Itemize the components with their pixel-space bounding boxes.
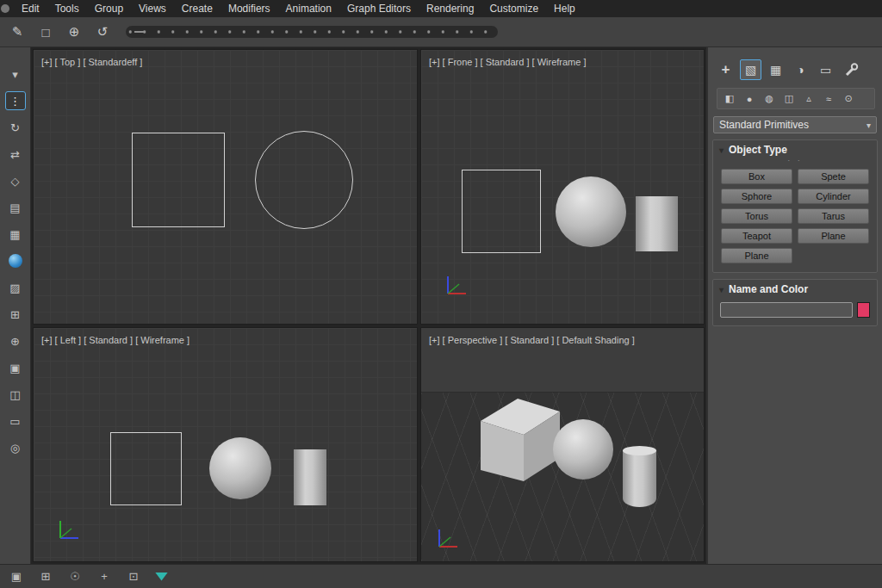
rollout-title: Object Type [729, 144, 787, 156]
angle-snap-icon[interactable]: ↺ [91, 21, 114, 43]
box-wireframe[interactable] [110, 432, 182, 505]
sphere-object[interactable] [553, 419, 613, 480]
gizmo-center-icon[interactable]: ⊡ [126, 570, 141, 583]
object-name-input[interactable] [720, 302, 853, 318]
cylinder-button[interactable]: Cylinder [798, 189, 869, 204]
category-dropdown-value: Standard Primitives [719, 119, 809, 131]
rollout-title: Name and Color [729, 283, 808, 295]
name-color-row [713, 297, 877, 325]
tab-hierarchy[interactable]: ▦ [765, 59, 786, 80]
material-editor-icon[interactable]: ▨ [5, 278, 26, 297]
viewport-area: [+] [ Top ] [ Standardeff ] [+] [ Frone … [31, 47, 706, 564]
object-color-swatch[interactable] [857, 302, 870, 318]
viewport-perspective[interactable]: [+] [ Perspective ] [ Standard ] [ Defau… [420, 327, 705, 562]
globe-ball [9, 254, 22, 268]
align-tool-icon[interactable]: ▤ [5, 198, 26, 217]
pyramid-button[interactable]: Tarus [798, 208, 869, 224]
rotate-tool-icon[interactable]: ↻ [5, 118, 26, 137]
select-tool-icon[interactable]: ⋮ [5, 91, 26, 110]
tab-create[interactable]: + [715, 59, 736, 80]
transform-tool-icon[interactable]: ⇄ [5, 145, 26, 164]
menu-graph-editors[interactable]: Graph Editors [339, 0, 419, 17]
main-toolbar: ✎ □ ⊕ ↺ [0, 17, 882, 47]
menu-views[interactable]: Views [131, 0, 174, 17]
panel-icon[interactable]: ▭ [5, 412, 26, 430]
helpers-icon[interactable]: ▵ [800, 91, 817, 106]
mirror-tool-icon[interactable]: ◇ [5, 171, 26, 190]
menu-animation[interactable]: Animation [278, 0, 339, 17]
rollout-grip: · · [713, 158, 877, 164]
name-color-header[interactable]: ▾ Name and Color [713, 280, 877, 297]
cylinder-object[interactable] [636, 196, 678, 251]
cylinder-top-face [623, 446, 656, 455]
viewport-top-label[interactable]: [+] [ Top ] [ Standardeff ] [41, 57, 142, 67]
axis-tripod-icon [432, 523, 461, 554]
collapsed-toolbar-strip[interactable] [126, 26, 498, 38]
status-bar: ▣ ⊞ ☉ + ⊡ [0, 564, 882, 588]
menu-group[interactable]: Group [87, 0, 131, 17]
object-type-rollout: ▾ Object Type · · Box Spete Sphore Cylin… [712, 139, 878, 273]
menu-create[interactable]: Create [174, 0, 220, 17]
sphere-button[interactable]: Sphore [721, 189, 792, 204]
object-type-buttons: Box Spete Sphore Cylinder Torus Tarus Te… [713, 164, 877, 272]
rectangle-tool-icon[interactable]: □ [34, 21, 57, 43]
viewport-front[interactable]: [+] [ Frone ] [ Standard ] [ Wireframe ] [420, 49, 705, 325]
sphere-object[interactable] [556, 176, 626, 247]
light-icon[interactable]: ☉ [67, 570, 83, 583]
left-toolbar: ▾ ⋮ ↻ ⇄ ◇ ▤ ▦ ▨ ⊞ ⊕ ▣ ◫ ▭ ◎ [0, 47, 31, 564]
cylinder-object[interactable] [623, 450, 656, 507]
teapot-button[interactable]: Teapot [721, 228, 792, 244]
box-wireframe[interactable] [462, 170, 541, 253]
menu-edit[interactable]: Edit [14, 0, 47, 17]
tab-utilities[interactable] [840, 59, 861, 80]
object-type-header[interactable]: ▾ Object Type [713, 140, 877, 158]
sphere-wireframe[interactable] [255, 131, 353, 229]
tab-display[interactable]: ▭ [815, 59, 836, 80]
viewport-front-label[interactable]: [+] [ Frone ] [ Standard ] [ Wireframe ] [429, 57, 586, 67]
sphere-object[interactable] [209, 437, 271, 499]
shapes-icon[interactable]: ● [741, 91, 758, 106]
box-wireframe[interactable] [132, 133, 225, 227]
app-logo-icon[interactable] [1, 4, 9, 13]
category-dropdown[interactable]: Standard Primitives ▾ [713, 116, 877, 133]
line-tool-icon[interactable]: ✎ [6, 21, 28, 43]
isolate-selection-icon[interactable]: ▣ [9, 570, 24, 583]
menu-help[interactable]: Help [546, 0, 583, 17]
schematic-view-icon[interactable]: ◫ [5, 385, 26, 404]
cylinder-object[interactable] [294, 449, 326, 505]
globe-icon[interactable] [5, 251, 26, 270]
snap-toggle-icon[interactable]: ⊕ [63, 21, 85, 43]
menu-modifiers[interactable]: Modifiers [220, 0, 278, 17]
cameras-icon[interactable]: ◫ [780, 91, 798, 106]
chevron-down-icon: ▾ [866, 121, 871, 130]
grid-icon[interactable]: ⊞ [5, 305, 26, 324]
menu-tools[interactable]: Tools [47, 0, 87, 17]
snap-pin-icon[interactable]: ⊕ [5, 331, 26, 350]
systems-icon[interactable]: ⊙ [840, 91, 857, 106]
command-panel-tabs: + ▧ ▦ ◑ ▭ [708, 47, 882, 84]
viewport-top[interactable]: [+] [ Top ] [ Standardeff ] [33, 49, 418, 325]
layers-icon[interactable]: ▦ [5, 225, 26, 244]
selection-set-icon[interactable]: ⊞ [38, 570, 53, 583]
axis-tripod-icon [440, 269, 469, 300]
flyout-arrow-icon[interactable] [155, 573, 168, 581]
window-icon[interactable]: ▣ [5, 358, 26, 377]
space-warps-icon[interactable]: ≈ [820, 91, 837, 106]
plane-button[interactable]: Plane [798, 228, 869, 244]
box-button[interactable]: Box [721, 169, 792, 184]
tools-icon[interactable]: + [96, 570, 112, 583]
viewport-perspective-label[interactable]: [+] [ Perspective ] [ Standard ] [ Defau… [429, 335, 635, 345]
tab-modify[interactable]: ▧ [740, 59, 761, 80]
plane-button-2[interactable]: Plane [721, 248, 792, 263]
menu-rendering[interactable]: Rendering [419, 0, 481, 17]
tab-motion[interactable]: ◑ [790, 59, 811, 80]
viewport-left[interactable]: [+] [ Left ] [ Standard ] [ Wireframe ] [33, 327, 418, 562]
chevron-down-icon[interactable]: ▾ [5, 65, 26, 84]
lights-icon[interactable]: ◍ [761, 91, 778, 106]
viewport-left-label[interactable]: [+] [ Left ] [ Standard ] [ Wireframe ] [41, 335, 189, 345]
menu-customize[interactable]: Customize [481, 0, 546, 17]
torus-button[interactable]: Torus [721, 208, 792, 224]
cone-button[interactable]: Spete [798, 169, 869, 184]
geometry-icon[interactable]: ◧ [721, 91, 738, 106]
render-icon[interactable]: ◎ [5, 438, 26, 457]
